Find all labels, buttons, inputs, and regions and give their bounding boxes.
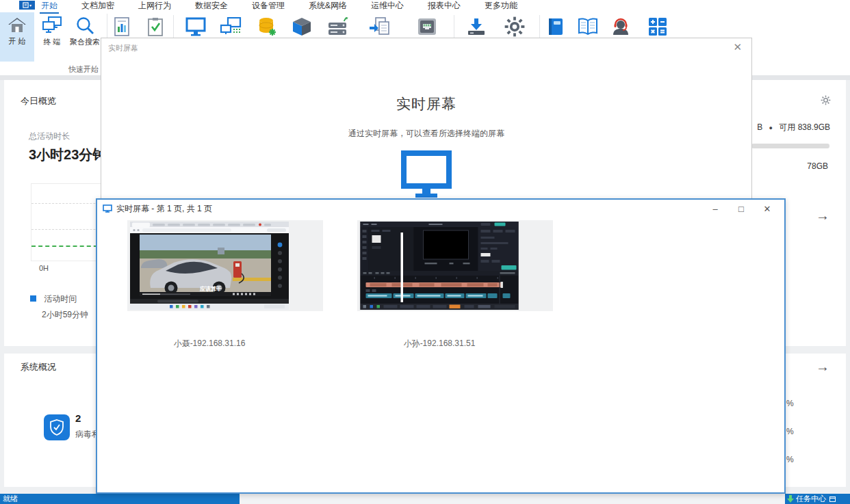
download-center-button[interactable] [465,15,488,38]
tab-start[interactable]: 开始 [40,0,59,12]
statusbar-middle [240,494,785,504]
legend-value: 2小时59分钟 [42,309,88,321]
terminal-icon [42,16,62,35]
download-arrow-icon [787,495,794,503]
maximize-button[interactable]: □ [728,200,754,217]
live-screen-window: 实时屏幕 - 第 1 页, 共 1 页 – □ ✕ [96,198,786,494]
window-titlebar[interactable]: 实时屏幕 - 第 1 页, 共 1 页 – □ ✕ [97,200,784,217]
gear-icon [504,16,525,37]
task-center-label: 任务中心 [796,494,826,504]
legend-label: 活动时间 [44,294,77,304]
tab-system-network[interactable]: 系统&网络 [307,0,348,12]
knowledge-base-button[interactable] [576,15,600,38]
report-icon [113,17,131,36]
report-button[interactable] [110,15,133,38]
database-button[interactable] [256,15,279,38]
defender-count: 2 [75,412,81,424]
ribbon-group-label: 快速开始 [68,64,99,75]
metric-percent: % [786,399,794,408]
cube-icon [292,17,312,36]
settings-button[interactable] [503,15,526,38]
tab-device-management[interactable]: 设备管理 [250,0,286,12]
download-icon [466,17,487,36]
terminal-screen-thumbnail[interactable] [360,222,519,310]
ready-label: 就绪 [3,494,18,504]
statusbar-ready: 就绪 [0,494,240,504]
home-icon [8,16,27,34]
disk-used-value: 78GB [807,161,828,171]
menu-tabs: 开始 文档加密 上网行为 数据安全 设备管理 系统&网络 运维中心 报表中心 更… [0,0,519,12]
checklist-button[interactable] [144,15,167,38]
monitor-icon [400,150,452,198]
calculator-icon [648,17,667,36]
live-screen-button[interactable] [184,15,207,38]
disk-total-fragment: B [757,122,762,132]
video-caption: 应该算干 [199,285,222,292]
server-icon [327,17,349,36]
next-page-arrow[interactable]: → [816,209,829,222]
terminal-thumbnail-card: 小孙-192.168.31.51 [357,220,553,311]
tab-more-features[interactable]: 更多功能 [483,0,519,12]
metric-percent: % [786,427,794,436]
checklist-icon [146,17,164,36]
app-menu-button[interactable]: ▾ [19,1,35,10]
defender-badge [44,414,70,440]
software-cube-button[interactable] [290,15,313,38]
server-button[interactable] [326,15,350,38]
manual-button[interactable] [544,15,567,38]
panel-toggle-icon [829,496,836,502]
next-page-arrow[interactable]: → [816,360,829,373]
dialog-monitor-art [101,150,751,198]
gear-icon [821,95,831,105]
terminal-name-label: 小孙-192.168.31.51 [357,338,521,349]
minimize-button[interactable]: – [702,200,728,217]
tab-data-security[interactable]: 数据安全 [194,0,229,12]
dialog-titlebar-text: 实时屏幕 [108,43,138,53]
dialog-close-icon[interactable]: ✕ [733,41,742,53]
home-button[interactable]: 开 始 [0,12,34,62]
system-overview-title: 系统概况 [21,361,56,373]
search-icon [75,16,94,35]
disk-usage-bar [751,144,829,148]
support-button[interactable] [609,15,632,38]
tab-doc-encryption[interactable]: 文档加密 [80,0,116,12]
disk-available-value: 可用 838.9GB [779,122,830,132]
statusbar-task-center[interactable]: 任务中心 [785,494,850,504]
live-screen-icon [185,17,206,36]
network-port-icon [417,17,437,36]
application-window: ▾ 开始 文档加密 上网行为 数据安全 设备管理 系统&网络 运维中心 报表中心… [0,0,850,504]
tab-ops-center[interactable]: 运维中心 [370,0,405,12]
chart-legend: 活动时间 2小时59分钟 [30,293,88,321]
menu-bar: ▾ 开始 文档加密 上网行为 数据安全 设备管理 系统&网络 运维中心 报表中心… [0,0,850,11]
card-settings-button[interactable] [821,95,831,105]
terminal-screen-thumbnail[interactable]: 应该算干 [130,222,289,310]
open-book-icon [578,18,598,36]
book-icon [547,17,565,36]
tab-internet-behavior[interactable]: 上网行为 [137,0,172,12]
aggregate-search-button[interactable]: 聚合搜索 [67,12,103,62]
file-transfer-button[interactable] [368,15,391,38]
caret-down-icon: ▾ [29,3,31,8]
window-controls: – □ ✕ [702,200,780,217]
monitor-icon [103,204,112,213]
calculator-button[interactable] [646,15,669,38]
window-title: 实时屏幕 - 第 1 页, 共 1 页 [116,203,212,215]
terminal-thumbnail-card: 应该算干 [127,220,323,311]
database-icon [258,17,277,36]
bullet-icon: ● [769,124,773,131]
terminal-name-label: 小聂-192.168.31.16 [127,338,292,349]
terminal-button[interactable]: 终 端 [37,12,67,62]
app-menu-icon [23,2,29,8]
metric-percent: % [786,455,794,464]
legend-swatch [30,295,36,302]
chart-x-axis-label: 0H [39,264,49,272]
total-duration-label: 总活动时长 [29,131,70,142]
close-button[interactable]: ✕ [754,200,780,217]
total-duration-value: 3小时23分钟 [29,146,106,164]
tab-report-center[interactable]: 报表中心 [426,0,462,12]
shield-check-icon [49,419,64,436]
dialog-description: 通过实时屏幕，可以查看所选择终端的屏幕 [101,128,751,140]
headset-support-icon [610,17,631,36]
remote-desktop-button[interactable] [219,15,242,38]
network-port-button[interactable] [415,15,439,38]
